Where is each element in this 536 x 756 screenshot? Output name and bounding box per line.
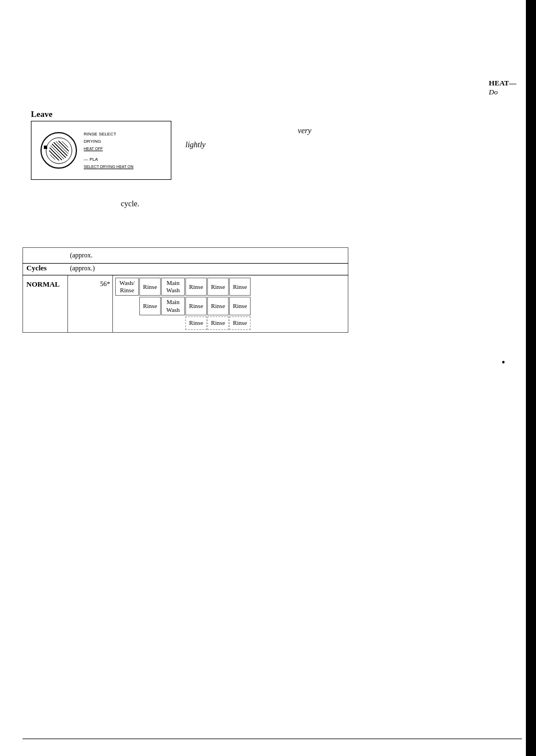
cell-main-wash-1: MainWash (161, 278, 185, 296)
normal-label: NORMAL (23, 275, 68, 333)
cycle-text: cycle. (121, 200, 139, 209)
leave-heading: Leave (31, 110, 52, 119)
table-header-rest (113, 248, 348, 264)
table-section: (approx. Cycles (approx.) NORMAL 56* Was (22, 247, 348, 333)
page: HEAT— Do Leave RINSE SELECT DRYING HEAT … (0, 0, 536, 756)
diagram-line3: HEAT OFF (84, 146, 134, 152)
bottom-line (22, 739, 522, 740)
heat-top: HEAT— (489, 79, 516, 88)
grid-row-2: Rinse MainWash Rinse Rinse Rinse (139, 297, 346, 315)
diagram-line1: RINSE SELECT (84, 131, 134, 138)
dial-indicator (44, 146, 47, 149)
cell-rinse-3: Rinse (207, 278, 229, 296)
cell-rinse-4: Rinse (229, 278, 251, 296)
cycles-table: (approx. Cycles (approx.) NORMAL 56* Was (22, 247, 348, 333)
approx-top: (approx. (70, 251, 111, 260)
table-header-cycles (23, 248, 68, 264)
cell-rinse-8: Rinse (229, 297, 251, 315)
normal-value: 56* (68, 275, 113, 333)
heat-bottom: Do (489, 88, 516, 97)
cell-rinse-9: Rinse (185, 316, 207, 330)
table-header-approx-top: (approx. (68, 248, 113, 264)
cell-wash-rinse: Wash/Rinse (115, 278, 139, 296)
dial-hash-pattern (49, 141, 69, 160)
dial-graphic (40, 132, 77, 169)
cell-main-wash-2: MainWash (161, 297, 185, 315)
cell-rinse-10: Rinse (207, 316, 229, 330)
diagram-box: RINSE SELECT DRYING HEAT OFF — PLA SELEC… (31, 121, 171, 180)
very-text: very (298, 126, 311, 135)
cell-rinse-1: Rinse (139, 278, 161, 296)
diagram-line4: — PLA (84, 156, 134, 164)
cell-rinse-11: Rinse (229, 316, 251, 330)
diagram-text: RINSE SELECT DRYING HEAT OFF — PLA SELEC… (84, 131, 134, 170)
header-spacer (113, 264, 348, 275)
heat-label: HEAT— Do (489, 79, 516, 97)
cell-rinse-2: Rinse (185, 278, 207, 296)
right-edge-bar (526, 0, 536, 756)
diagram-line5: SELECT DRYING HEAT ON (84, 164, 134, 170)
grid-row-1: Wash/Rinse Rinse MainWash Rinse Rinse Ri… (115, 278, 346, 296)
cell-rinse-7: Rinse (207, 297, 229, 315)
cell-rinse-6: Rinse (185, 297, 207, 315)
cycles-label: Cycles (23, 264, 68, 275)
diagram-line2: DRYING (84, 138, 134, 146)
lightly-text: lightly (185, 141, 206, 150)
grid-row-3: Rinse Rinse Rinse (185, 316, 346, 330)
approx-bottom: (approx.) (68, 264, 113, 275)
cell-rinse-5: Rinse (139, 297, 161, 315)
bullet-note: • (502, 357, 505, 369)
normal-grid-cell: Wash/Rinse Rinse MainWash Rinse Rinse Ri… (113, 275, 348, 333)
